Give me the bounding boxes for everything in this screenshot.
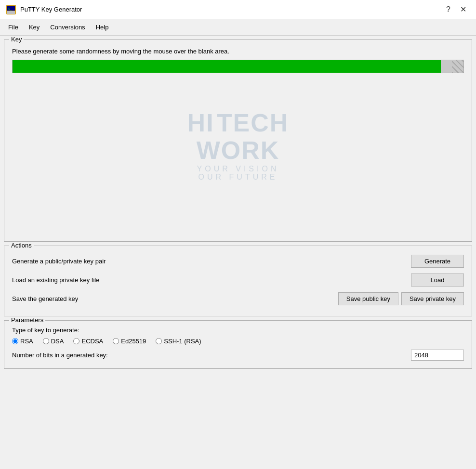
generate-pair-label: Generate a public/private key pair [12,258,411,265]
watermark-line3: YOUR VISION [187,165,289,173]
help-button[interactable]: ? [442,5,454,14]
bits-label: Number of bits in a generated key: [12,352,411,359]
actions-group-label: Actions [9,242,34,249]
parameters-section: Parameters Type of key to generate: RSA … [4,320,472,369]
actions-section: Actions Generate a public/private key pa… [4,246,472,316]
title-bar-controls: ? ✕ [442,5,470,14]
watermark: HI TECH WORK YOUR VISION OUR FUTURE [187,109,289,182]
key-type-radio-group: RSA DSA ECDSA Ed25519 SSH-1 (RSA) [12,338,464,345]
watermark-line2: WORK [187,137,289,164]
save-private-button[interactable]: Save private key [401,292,464,305]
main-content: Key Please generate some randomness by m… [0,36,476,377]
load-button[interactable]: Load [411,274,464,287]
radio-ed25519-label: Ed25519 [121,338,146,345]
progress-bar-container [12,60,464,73]
radio-dsa[interactable]: DSA [43,338,64,345]
action-row-generate: Generate a public/private key pair Gener… [12,252,464,271]
radio-ecdsa-label: ECDSA [81,338,103,345]
radio-ecdsa[interactable]: ECDSA [73,338,103,345]
close-button[interactable]: ✕ [456,5,470,14]
radio-dsa-input[interactable] [43,338,49,344]
bits-row: Number of bits in a generated key: [12,350,464,361]
load-key-label: Load an existing private key file [12,276,411,284]
load-buttons: Load [411,274,464,287]
watermark-line4: OUR FUTURE [187,173,289,182]
action-row-load: Load an existing private key file Load [12,271,464,289]
svg-text:$_: $_ [8,7,12,11]
svg-rect-2 [7,11,15,14]
radio-ed25519[interactable]: Ed25519 [113,338,146,345]
title-bar: $_ PuTTY Key Generator ? ✕ [0,0,476,19]
watermark-area: HI TECH WORK YOUR VISION OUR FUTURE [12,73,464,218]
window-title: PuTTY Key Generator [20,6,442,13]
radio-rsa-label: RSA [20,338,33,345]
radio-rsa[interactable]: RSA [12,338,33,345]
radio-ssh1rsa[interactable]: SSH-1 (RSA) [156,338,201,345]
menu-file[interactable]: File [4,21,23,33]
radio-ssh1rsa-label: SSH-1 (RSA) [164,338,201,345]
generate-button[interactable]: Generate [411,255,464,268]
progress-texture [452,60,463,73]
key-section: Key Please generate some randomness by m… [4,39,472,242]
app-icon: $_ [6,4,16,15]
bits-input[interactable] [411,350,464,361]
key-group-label: Key [9,36,24,43]
action-row-save: Save the generated key Save public key S… [12,289,464,308]
menu-bar: File Key Conversions Help [0,19,476,36]
menu-conversions[interactable]: Conversions [46,21,89,33]
progress-fill [13,60,441,73]
save-key-label: Save the generated key [12,295,338,302]
radio-ssh1rsa-input[interactable] [156,338,162,344]
menu-help[interactable]: Help [92,21,113,33]
key-instruction: Please generate some randomness by movin… [12,48,464,55]
save-public-button[interactable]: Save public key [338,292,398,305]
radio-dsa-label: DSA [51,338,64,345]
radio-ecdsa-input[interactable] [73,338,79,344]
save-buttons: Save public key Save private key [338,292,464,305]
radio-ed25519-input[interactable] [113,338,119,344]
radio-rsa-input[interactable] [12,338,18,344]
parameters-group-label: Parameters [9,316,45,324]
key-type-label: Type of key to generate: [12,326,464,334]
watermark-line1: HI TECH [187,109,289,137]
menu-key[interactable]: Key [25,21,44,33]
generate-buttons: Generate [411,255,464,268]
